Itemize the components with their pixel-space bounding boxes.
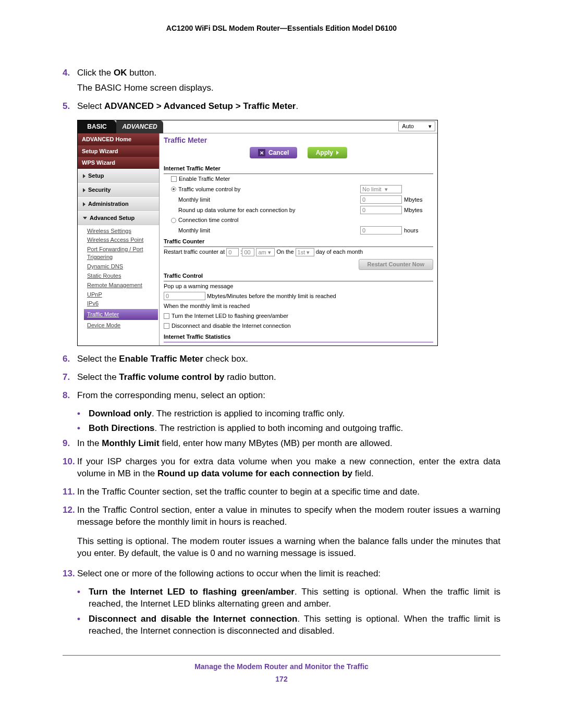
label: Administration (88, 201, 129, 207)
value: No limit (362, 186, 382, 192)
connection-time-radio[interactable] (171, 218, 176, 223)
sidebar-link-port-forwarding[interactable]: Port Forwarding / Port Triggering (87, 245, 155, 261)
apply-button[interactable]: Apply (308, 147, 347, 158)
monthly-limit-hours-input[interactable]: 0 (360, 226, 402, 235)
label: Security (88, 187, 111, 193)
text-bold: Download only (89, 409, 152, 418)
text: The BASIC Home screen displays. (77, 82, 500, 94)
text-bold: Disconnect and disable the Internet conn… (89, 614, 297, 624)
step-number: 12. (63, 504, 77, 563)
doc-header: AC1200 WiFi DSL Modem Router—Essentials … (63, 23, 500, 33)
footer-title: Manage the Modem Router and Monitor the … (63, 662, 500, 672)
step-number: 10. (63, 456, 77, 483)
text: check box. (203, 354, 248, 364)
sidebar-link-wireless-settings[interactable]: Wireless Settings (87, 227, 155, 235)
text: In the Traffic Counter section, set the … (77, 486, 500, 498)
label: Connection time control (178, 216, 433, 224)
label: When the monthly limit is reached (164, 302, 250, 310)
step-8-bullet-2: • Both Directions. The restriction is ap… (63, 423, 500, 435)
step-number: 9. (63, 438, 77, 453)
unit: Mbytes (402, 196, 428, 204)
sidebar-item-advanced-setup[interactable]: Advanced Setup (78, 211, 159, 225)
unit: hours (402, 227, 428, 235)
text-bold: Enable Traffic Meter (119, 354, 203, 364)
sidebar-item-setup[interactable]: Setup (78, 169, 159, 183)
label: Apply (316, 149, 333, 157)
sidebar-link-wireless-ap[interactable]: Wireless Access Point (87, 236, 155, 244)
text: field. (352, 468, 374, 478)
text: Select the (77, 354, 119, 364)
day-select[interactable]: 1st ▾ (296, 248, 314, 256)
text-bold: ADVANCED > Advanced Setup > Traffic Mete… (104, 101, 296, 111)
text-bold: Turn the Internet LED to flashing green/… (89, 587, 295, 597)
step-13: 13. Select one or more of the following … (63, 568, 500, 583)
arrow-right-icon (336, 151, 339, 155)
roundup-input[interactable]: 0 (360, 206, 402, 214)
sidebar-link-remote-management[interactable]: Remote Management (87, 281, 155, 289)
step-13-bullet-1: • Turn the Internet LED to flashing gree… (63, 586, 500, 610)
sidebar-item-setup-wizard[interactable]: Setup Wizard (78, 145, 159, 157)
main-panel: Traffic Meter ✕Cancel Apply Internet Tra… (159, 133, 437, 346)
section-internet-traffic-statistics: Internet Traffic Statistics (164, 331, 433, 342)
sidebar-item-administration[interactable]: Administration (78, 197, 159, 211)
sidebar: ADVANCED Home Setup Wizard WPS Wizard Se… (78, 133, 159, 346)
step-6: 6. Select the Enable Traffic Meter check… (63, 353, 500, 368)
disconnect-checkbox[interactable] (164, 323, 169, 329)
step-number: 6. (63, 353, 77, 368)
led-flash-checkbox[interactable] (164, 313, 169, 319)
warning-threshold-input[interactable]: 0 (164, 292, 205, 300)
tab-advanced[interactable]: ADVANCED (116, 120, 163, 133)
traffic-volume-radio[interactable] (171, 187, 176, 192)
sidebar-item-wps-wizard[interactable]: WPS Wizard (78, 157, 159, 169)
footer-page-number: 172 (63, 674, 500, 684)
text-bold: OK (114, 68, 127, 78)
footer-rule (63, 655, 500, 656)
label: Cancel (268, 149, 289, 157)
value: am (258, 249, 266, 255)
label: Round up data volume for each connection… (178, 206, 360, 214)
tab-basic[interactable]: BASIC (78, 120, 116, 133)
section-traffic-counter: Traffic Counter (164, 236, 433, 247)
caret-right-icon (83, 188, 85, 192)
sidebar-link-device-mode[interactable]: Device Mode (87, 322, 155, 329)
text: This setting is optional. The modem rout… (77, 536, 500, 560)
step-number: 5. (63, 101, 77, 116)
label: On the (277, 248, 294, 256)
auto-label: Auto (402, 122, 414, 130)
step-9: 9. In the Monthly Limit field, enter how… (63, 438, 500, 453)
sidebar-link-static-routes[interactable]: Static Routes (87, 272, 155, 280)
sidebar-link-traffic-meter[interactable]: Traffic Meter (84, 309, 158, 320)
text-bold: Both Directions (89, 423, 155, 433)
ampm-select[interactable]: am ▾ (256, 248, 275, 256)
section-traffic-control: Traffic Control (164, 270, 433, 281)
step-number: 11. (63, 486, 77, 501)
caret-down-icon (83, 217, 87, 219)
sidebar-link-ipv6[interactable]: IPv6 (87, 300, 155, 307)
sidebar-item-security[interactable]: Security (78, 183, 159, 197)
sidebar-item-advanced-home[interactable]: ADVANCED Home (78, 133, 159, 145)
traffic-volume-select[interactable]: No limit ▾ (360, 185, 402, 193)
step-5: 5. Select ADVANCED > Advanced Setup > Tr… (63, 101, 500, 116)
caret-right-icon (83, 202, 85, 206)
text: field, enter how many MBytes (MB) per mo… (160, 438, 393, 448)
text: button. (127, 68, 156, 78)
sidebar-submenu: Wireless Settings Wireless Access Point … (78, 225, 159, 329)
enable-traffic-meter-checkbox[interactable] (171, 176, 177, 182)
auto-dropdown[interactable]: Auto▾ (398, 121, 435, 131)
restart-counter-button[interactable]: Restart Counter Now (359, 259, 433, 270)
label: Enable Traffic Meter (179, 175, 433, 183)
step-number: 8. (63, 390, 77, 405)
label: Setup (88, 172, 104, 179)
text-bold: Monthly Limit (102, 438, 159, 448)
monthly-limit-input[interactable]: 0 (360, 195, 402, 204)
restart-hour-input[interactable]: 0 (226, 248, 239, 256)
cancel-button[interactable]: ✕Cancel (250, 147, 297, 158)
step-number: 13. (63, 568, 77, 583)
label: Disconnect and disable the Internet conn… (172, 322, 291, 330)
restart-min-input[interactable]: 00 (242, 248, 254, 256)
text: . The restriction is applied to both inc… (155, 423, 403, 433)
step-8: 8. From the corresponding menu, select a… (63, 390, 500, 405)
sidebar-link-upnp[interactable]: UPnP (87, 291, 155, 299)
sidebar-link-dynamic-dns[interactable]: Dynamic DNS (87, 263, 155, 270)
step-8-bullet-1: • Download only. The restriction is appl… (63, 408, 500, 420)
